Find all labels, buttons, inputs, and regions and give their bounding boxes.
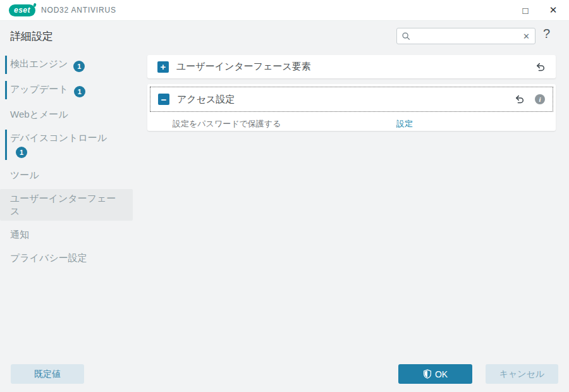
sidebar-item-tools[interactable]: ツール: [0, 166, 147, 185]
section-access-setup: − アクセス設定 i 設定をパスワードで保護する 設定: [147, 84, 556, 131]
sidebar-item-privacy-settings[interactable]: プライバシー設定: [0, 248, 147, 267]
undo-icon[interactable]: [534, 61, 547, 73]
sidebar-item-web-email[interactable]: Webとメール: [0, 105, 147, 124]
page-header: 詳細設定 ✕ ?: [0, 21, 569, 51]
password-protect-row: 設定をパスワードで保護する 設定: [147, 114, 556, 133]
sidebar-item-user-interface[interactable]: ユーザーインターフェース: [0, 189, 133, 221]
info-icon[interactable]: i: [534, 93, 546, 106]
help-icon[interactable]: ?: [543, 27, 550, 41]
eset-logo: eset: [9, 4, 35, 16]
sidebar-item-label: アップデート: [10, 83, 68, 94]
section-title: ユーザーインターフェース要素: [176, 61, 527, 73]
search-input[interactable]: [414, 32, 522, 41]
sidebar-item-label: Webとメール: [10, 109, 68, 119]
search-clear-icon[interactable]: ✕: [522, 32, 531, 41]
search-icon: [401, 32, 411, 41]
expand-icon[interactable]: +: [157, 61, 169, 73]
collapse-icon[interactable]: −: [158, 94, 169, 105]
attention-badge: 1: [16, 147, 27, 158]
sidebar-item-label: デバイスコントロール: [10, 132, 107, 143]
search-box[interactable]: ✕: [396, 28, 535, 44]
maximize-button[interactable]: □: [516, 2, 535, 18]
undo-icon[interactable]: [513, 93, 526, 106]
section-user-interface-elements: + ユーザーインターフェース要素: [147, 55, 556, 78]
sidebar-item-detection-engine[interactable]: 検出エンジン1: [0, 54, 147, 75]
defaults-button[interactable]: 既定値: [11, 364, 84, 384]
setting-label: 設定をパスワードで保護する: [173, 118, 281, 130]
close-button[interactable]: ✕: [544, 2, 563, 18]
sidebar-item-label: プライバシー設定: [10, 252, 87, 263]
ok-button-label: OK: [435, 369, 448, 379]
section-header[interactable]: + ユーザーインターフェース要素: [147, 55, 556, 78]
title-bar: eset NOD32 ANTIVIRUS □ ✕: [0, 0, 569, 21]
defaults-button-label: 既定値: [34, 369, 61, 380]
sidebar: 検出エンジン1 アップデート1 Webとメール デバイスコントロール 1 ツール…: [0, 54, 147, 272]
section-title: アクセス設定: [177, 94, 506, 106]
sidebar-item-notifications[interactable]: 通知: [0, 225, 147, 244]
sidebar-item-label: ツール: [10, 169, 39, 180]
cancel-button[interactable]: キャンセル: [486, 364, 558, 384]
cancel-button-label: キャンセル: [499, 369, 545, 380]
attention-badge: 1: [73, 61, 85, 72]
set-password-link[interactable]: 設定: [396, 118, 413, 130]
sidebar-item-label: ユーザーインターフェース: [10, 193, 116, 216]
sidebar-item-label: 検出エンジン: [10, 58, 68, 69]
shield-icon: [423, 369, 432, 379]
sidebar-item-label: 通知: [10, 229, 29, 240]
attention-badge: 1: [74, 86, 85, 97]
app-title: NOD32 ANTIVIRUS: [41, 6, 116, 15]
section-header-focused[interactable]: − アクセス設定 i: [150, 87, 553, 112]
window-controls: □ ✕: [516, 2, 563, 18]
sidebar-item-device-control[interactable]: デバイスコントロール 1: [0, 128, 133, 161]
ok-button[interactable]: OK: [398, 364, 472, 384]
sidebar-item-update[interactable]: アップデート1: [0, 80, 147, 101]
page-title: 詳細設定: [10, 29, 53, 44]
